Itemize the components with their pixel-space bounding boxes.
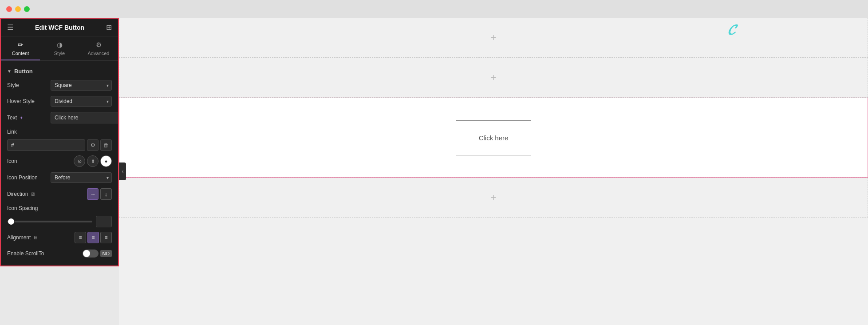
alignment-field-row: Alignment 🖥 ≡ ≡ ≡	[1, 229, 118, 246]
text-dynamic-icon: ✦	[20, 115, 23, 120]
grid-icon[interactable]: ⊞	[106, 23, 112, 32]
canvas-section-button: Click here	[119, 98, 868, 178]
circle-half-icon: ◑	[57, 41, 63, 49]
window-controls	[6, 6, 30, 12]
align-left-btn[interactable]: ≡	[75, 232, 86, 243]
sidebar-wrapper: ☰ Edit WCF Button ⊞ ✏ Content ◑ Style ⚙ …	[0, 18, 119, 325]
icon-field-row: Icon ⊘ ⬆ ●	[1, 153, 118, 170]
button-section-title: Button	[14, 68, 33, 75]
link-label-row: Link	[1, 126, 118, 138]
toggle-track[interactable]	[83, 250, 99, 258]
section-arrow-icon: ▼	[7, 69, 12, 74]
direction-right-btn[interactable]: →	[87, 188, 99, 200]
icon-spacing-slider-row	[1, 214, 118, 229]
canvas-teal-icon: 𝓒	[727, 22, 734, 38]
sidebar-header: ☰ Edit WCF Button ⊞	[1, 19, 118, 36]
scrollto-label: Enable ScrollTo	[7, 250, 79, 257]
style-select[interactable]: Square Rounded Circle	[51, 80, 112, 91]
add-section-top-btn[interactable]: +	[487, 32, 500, 44]
canvas-section-bottom: +	[119, 178, 868, 218]
icon-spacing-slider-thumb[interactable]	[8, 218, 14, 225]
style-select-wrapper: Square Rounded Circle	[51, 80, 112, 91]
link-settings-btn[interactable]: ⚙	[87, 139, 99, 151]
tab-advanced[interactable]: ⚙ Advanced	[79, 36, 118, 60]
icon-upload-btn[interactable]: ⬆	[87, 155, 99, 167]
sidebar-title: Edit WCF Button	[35, 24, 84, 31]
link-label: Link	[7, 129, 47, 135]
icon-label: Icon	[7, 158, 47, 164]
alignment-label: Alignment 🖥	[7, 234, 47, 241]
scrollto-field-row: Enable ScrollTo NO	[1, 246, 118, 261]
canvas-area: 𝓒 + + Click here +	[119, 18, 868, 325]
sidebar-content: ▼ Button Style Square Rounded Circle	[1, 61, 118, 266]
close-dot[interactable]	[6, 6, 12, 12]
tab-content-label: Content	[12, 51, 29, 56]
app-body: ☰ Edit WCF Button ⊞ ✏ Content ◑ Style ⚙ …	[0, 18, 868, 325]
direction-field-row: Direction 🖥 → ↓	[1, 186, 118, 202]
pencil-icon: ✏	[18, 41, 24, 49]
monitor-icon: 🖥	[30, 191, 35, 197]
sidebar-collapse-btn[interactable]: ‹	[119, 162, 126, 180]
titlebar	[0, 0, 868, 18]
icon-none-btn[interactable]: ⊘	[74, 155, 85, 167]
direction-buttons: → ↓	[87, 188, 112, 200]
icon-position-label: Icon Position	[7, 174, 47, 181]
hover-style-field-row: Hover Style Divided Solid Ghost	[1, 93, 118, 109]
text-input-wrapper: 🗑	[51, 112, 118, 123]
canvas-section-top: 𝓒 +	[119, 18, 868, 58]
toggle-knob	[83, 250, 90, 257]
add-section-mid-btn[interactable]: +	[487, 71, 500, 84]
icon-spacing-value	[96, 216, 112, 227]
gear-icon: ⚙	[96, 41, 102, 49]
scrollto-value: NO	[100, 250, 112, 257]
button-section-header[interactable]: ▼ Button	[1, 65, 118, 77]
tab-style[interactable]: ◑ Style	[40, 36, 79, 60]
icon-buttons: ⊘ ⬆ ●	[74, 155, 112, 167]
text-label: Text ✦	[7, 115, 47, 121]
button-preview-text: Click here	[479, 134, 509, 142]
add-section-bottom-btn[interactable]: +	[487, 191, 500, 204]
button-preview[interactable]: Click here	[456, 120, 531, 155]
icon-spacing-label-row: Icon Spacing	[1, 202, 118, 214]
icon-position-select-wrapper: Before After	[51, 172, 112, 183]
hover-style-select[interactable]: Divided Solid Ghost	[51, 96, 112, 107]
link-clear-btn[interactable]: 🗑	[100, 139, 112, 151]
icon-position-field-row: Icon Position Before After	[1, 170, 118, 186]
hover-style-select-wrapper: Divided Solid Ghost	[51, 96, 112, 107]
style-field-row: Style Square Rounded Circle	[1, 77, 118, 93]
icon-position-select[interactable]: Before After	[51, 172, 112, 183]
tab-style-label: Style	[54, 51, 65, 56]
align-center-btn[interactable]: ≡	[87, 232, 99, 243]
tab-content[interactable]: ✏ Content	[1, 36, 40, 60]
monitor-align-icon: 🖥	[33, 235, 38, 240]
canvas-section-mid: +	[119, 58, 868, 98]
align-right-btn[interactable]: ≡	[100, 232, 112, 243]
scrollto-toggle[interactable]: NO	[83, 250, 112, 258]
alignment-buttons: ≡ ≡ ≡	[75, 232, 112, 243]
text-input[interactable]	[51, 112, 118, 123]
style-label: Style	[7, 82, 47, 88]
link-input[interactable]	[7, 139, 85, 151]
link-input-row: ⚙ 🗑	[1, 138, 118, 153]
sidebar: ☰ Edit WCF Button ⊞ ✏ Content ◑ Style ⚙ …	[0, 18, 119, 266]
maximize-dot[interactable]	[24, 6, 30, 12]
hamburger-icon[interactable]: ☰	[7, 23, 13, 32]
icon-spacing-label: Icon Spacing	[7, 205, 47, 211]
minimize-dot[interactable]	[15, 6, 21, 12]
icon-spacing-slider-track[interactable]	[7, 221, 92, 222]
text-field-row: Text ✦ 🗑	[1, 109, 118, 126]
tab-advanced-label: Advanced	[88, 51, 110, 56]
direction-label: Direction 🖥	[7, 191, 47, 197]
icon-color-btn[interactable]: ●	[100, 155, 112, 167]
sidebar-tabs: ✏ Content ◑ Style ⚙ Advanced	[1, 36, 118, 61]
hover-style-label: Hover Style	[7, 98, 47, 104]
direction-down-btn[interactable]: ↓	[100, 188, 112, 200]
